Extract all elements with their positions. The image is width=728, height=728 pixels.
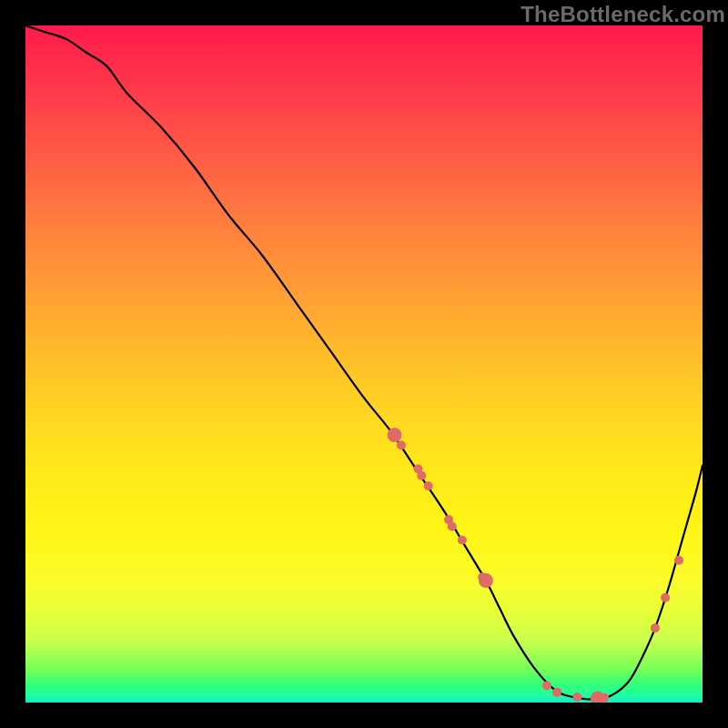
chart-svg [25,25,703,703]
data-point [397,440,406,450]
data-point [424,481,433,490]
data-point [387,428,401,442]
data-point [674,556,683,565]
data-point [542,681,551,690]
data-point [651,623,660,632]
data-point [458,535,467,544]
data-point [661,593,670,602]
data-point [572,693,581,702]
bottleneck-curve [25,25,703,700]
watermark-text: TheBottleneck.com [521,2,725,27]
data-point [417,471,426,480]
data-point [479,573,493,588]
data-point [600,693,609,703]
data-points-group [387,428,682,703]
data-point [552,688,561,697]
chart-area [25,25,703,703]
data-point [448,522,457,531]
